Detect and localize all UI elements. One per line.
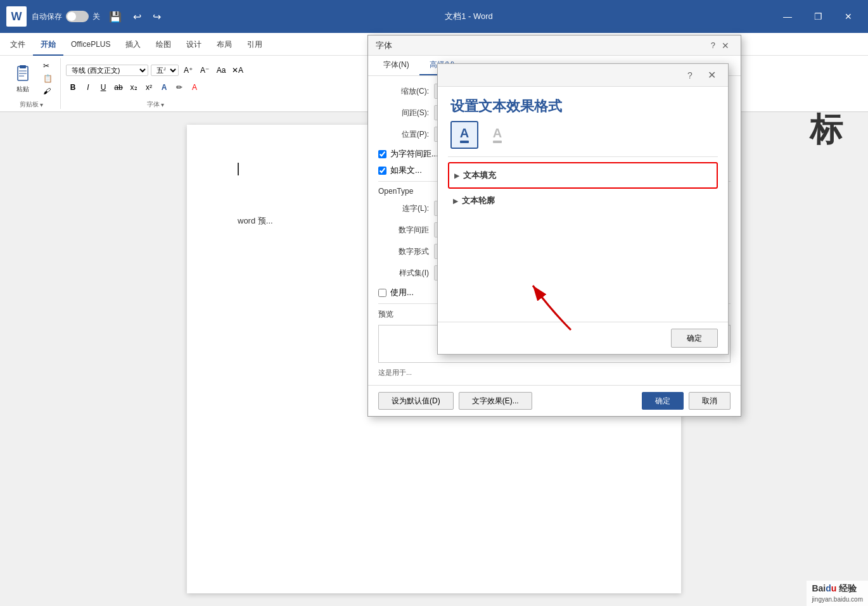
font-dialog-close[interactable]: ✕: [718, 38, 733, 53]
cut-icon: ✂: [43, 61, 49, 70]
checkbox2[interactable]: [378, 167, 386, 175]
word-logo: W: [6, 6, 27, 27]
checkbox1[interactable]: [378, 150, 386, 158]
font-expand-icon[interactable]: ▾: [161, 101, 164, 108]
tab-insert[interactable]: 插入: [118, 33, 148, 56]
close-button[interactable]: ✕: [834, 6, 863, 27]
tef-text-fill-row[interactable]: ▶ 文本填充: [448, 162, 718, 189]
tab-home[interactable]: 开始: [33, 33, 63, 56]
text-fill-chevron-icon: ▶: [454, 172, 459, 179]
tef-text-fill-icon-btn[interactable]: A: [450, 121, 478, 149]
minimize-button[interactable]: —: [773, 6, 802, 27]
font-dialog-title: 字体: [376, 40, 392, 51]
window-controls: — ❐ ✕: [773, 6, 863, 27]
tef-heading: 设置文本效果格式: [438, 87, 728, 121]
font-name-select[interactable]: 等线 (西文正文): [66, 65, 148, 76]
shrink-font-button[interactable]: A⁻: [198, 63, 212, 77]
clipboard-group: 粘贴 ✂ 📋 🖌 剪贴板 ▾: [3, 58, 61, 109]
doc-title: 文档1 - Word: [165, 11, 773, 22]
scale-label: 缩放(C):: [378, 86, 429, 97]
tef-close-button[interactable]: ✕: [703, 66, 720, 84]
format-painter-button[interactable]: 🖌: [41, 85, 55, 97]
text-effects-dialog: ? ✕ 设置文本效果格式 A A ▶ 文本填充 ▶ 文本轮廓: [437, 63, 729, 355]
font-selector-row: 等线 (西文正文) 五号 A⁺ A⁻ Aa ✕A: [66, 63, 245, 77]
cut-button[interactable]: ✂: [41, 60, 55, 72]
quick-access-toolbar: 💾 ↩ ↪: [105, 9, 165, 24]
subscript-button[interactable]: x₂: [127, 80, 141, 94]
text-effects-button[interactable]: 文字效果(E)...: [459, 392, 532, 410]
spacing-label: 间距(S):: [378, 108, 429, 118]
tef-text-outline-icon-btn[interactable]: A: [483, 121, 511, 149]
superscript-button[interactable]: x²: [142, 80, 156, 94]
num-forms-label: 数字形式: [378, 246, 429, 257]
tab-references[interactable]: 引用: [239, 33, 270, 56]
grow-font-button[interactable]: A⁺: [181, 63, 195, 77]
font-group: 等线 (西文正文) 五号 A⁺ A⁻ Aa ✕A B I U ab x₂: [61, 58, 250, 109]
tef-ok-button[interactable]: 确定: [671, 329, 718, 348]
toggle-knob: [67, 12, 76, 21]
tab-file[interactable]: 文件: [3, 33, 33, 56]
italic-button[interactable]: I: [81, 80, 95, 94]
font-dialog-titlebar: 字体 ? ✕: [368, 35, 741, 56]
font-cancel-button[interactable]: 取消: [689, 392, 731, 410]
autosave-toggle[interactable]: [66, 11, 89, 22]
font-color-button[interactable]: A: [157, 80, 171, 94]
format-painter-icon: 🖌: [43, 87, 51, 96]
set-default-button[interactable]: 设为默认值(D): [378, 392, 454, 410]
undo-button[interactable]: ↩: [129, 9, 145, 24]
checkbox1-label: 为字符间距...: [390, 148, 438, 160]
style-set-label: 样式集(I): [378, 268, 429, 279]
tab-draw[interactable]: 绘图: [148, 33, 179, 56]
autosave-area: 自动保存 关: [32, 11, 100, 22]
tef-text-outline-row[interactable]: ▶ 文本轮廓: [448, 189, 718, 213]
title-bar: W 自动保存 关 💾 ↩ ↪ 文档1 - Word — ❐ ✕: [0, 0, 868, 33]
text-cursor: [238, 163, 239, 175]
tab-font-n[interactable]: 字体(N): [373, 56, 419, 75]
strikethrough-button[interactable]: ab: [112, 80, 125, 94]
underline-button[interactable]: U: [96, 80, 110, 94]
tab-design[interactable]: 设计: [179, 33, 209, 56]
checkbox2-label: 如果文...: [390, 165, 422, 176]
font-ok-button[interactable]: 确定: [642, 392, 684, 410]
paste-button[interactable]: 粘贴: [8, 60, 38, 98]
clipboard-small-btns: ✂ 📋 🖌: [41, 60, 55, 97]
tab-officeplus[interactable]: OfficePLUS: [63, 33, 118, 56]
clipboard-content: 粘贴 ✂ 📋 🖌: [8, 58, 55, 99]
tab-layout[interactable]: 布局: [209, 33, 239, 56]
svg-rect-2: [19, 70, 27, 72]
copy-button[interactable]: 📋: [41, 73, 55, 84]
heading-preview: 标: [810, 112, 843, 152]
toggle-state: 关: [93, 11, 100, 22]
usage-desc: 这是用于...: [378, 368, 731, 377]
text-outline-label: 文本轮廓: [462, 195, 495, 206]
font-size-select[interactable]: 五号: [151, 65, 179, 76]
tef-icon-row: A A: [438, 121, 728, 156]
clipboard-label: 剪贴板 ▾: [20, 100, 43, 109]
num-spacing-label: 数字间距: [378, 225, 429, 236]
svg-rect-3: [19, 73, 27, 74]
use-label: 使用...: [390, 287, 414, 298]
highlight-button[interactable]: ✏: [172, 80, 186, 94]
tef-body: ▶ 文本填充 ▶ 文本轮廓: [438, 157, 728, 322]
tef-help-icon[interactable]: ?: [682, 68, 698, 83]
use-checkbox[interactable]: [378, 289, 386, 297]
paste-icon: [13, 63, 33, 84]
restore-button[interactable]: ❐: [803, 6, 833, 27]
text-fill-label: 文本填充: [463, 170, 496, 181]
save-button[interactable]: 💾: [105, 9, 125, 24]
baidu-watermark: Baidu 经验 jingyan.baidu.com: [807, 581, 868, 606]
font-dialog-help[interactable]: ?: [711, 41, 715, 50]
text-outline-chevron-icon: ▶: [453, 198, 458, 205]
svg-rect-1: [20, 65, 26, 68]
a-filled-icon: A: [460, 127, 469, 143]
clipboard-expand-icon[interactable]: ▾: [40, 101, 43, 108]
shade-button[interactable]: A: [188, 80, 201, 94]
tef-titlebar: ? ✕: [438, 64, 728, 87]
case-button[interactable]: Aa: [214, 63, 228, 77]
bold-button[interactable]: B: [66, 80, 80, 94]
redo-button[interactable]: ↪: [149, 9, 165, 24]
autosave-label: 自动保存: [32, 11, 62, 22]
word-logo-area: W: [5, 5, 28, 28]
clear-format-button[interactable]: ✕A: [231, 63, 245, 77]
font-dialog-footer: 设为默认值(D) 文字效果(E)... 确定 取消: [368, 385, 741, 416]
